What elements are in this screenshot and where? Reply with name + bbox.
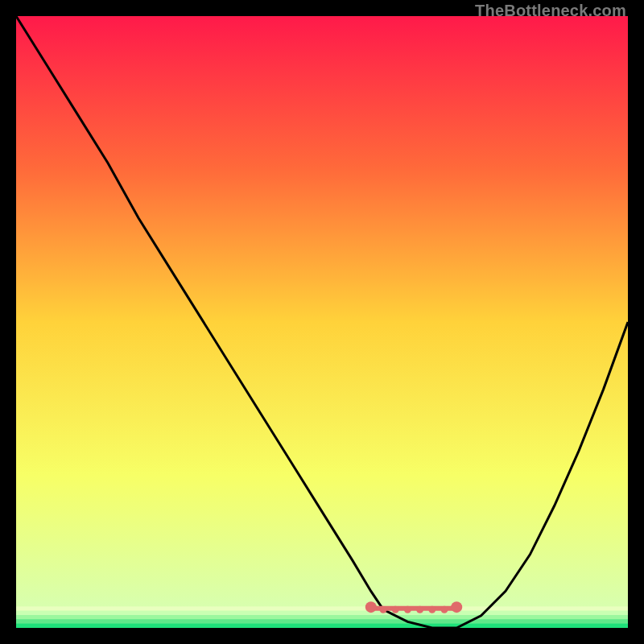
svg-rect-2 bbox=[16, 615, 628, 619]
attribution-text: TheBottleneck.com bbox=[475, 2, 626, 20]
heatmap-background bbox=[16, 16, 628, 628]
bottom-bands bbox=[16, 606, 628, 628]
svg-point-11 bbox=[428, 606, 436, 613]
svg-point-10 bbox=[416, 606, 423, 613]
svg-rect-4 bbox=[16, 624, 628, 628]
svg-point-8 bbox=[392, 606, 399, 613]
svg-point-9 bbox=[404, 606, 411, 613]
svg-rect-3 bbox=[16, 619, 628, 623]
svg-rect-0 bbox=[16, 606, 628, 610]
svg-point-7 bbox=[380, 606, 387, 613]
svg-rect-1 bbox=[16, 611, 628, 615]
chart-canvas bbox=[16, 16, 628, 628]
svg-point-15 bbox=[451, 601, 462, 613]
chart-frame: TheBottleneck.com bbox=[0, 0, 644, 644]
svg-point-12 bbox=[441, 606, 448, 613]
plot-area bbox=[16, 16, 628, 628]
svg-point-14 bbox=[365, 601, 377, 613]
